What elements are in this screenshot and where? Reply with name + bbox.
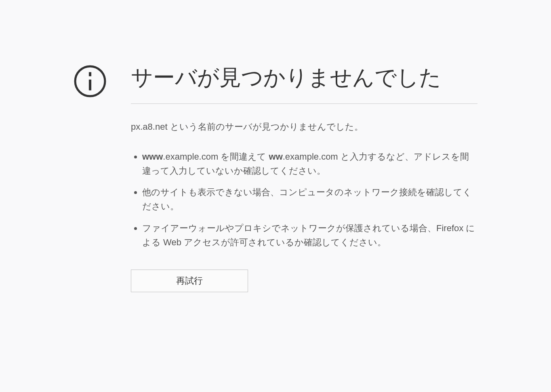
tip-text: .example.com を間違えて [163,152,269,162]
error-content: サーバが見つかりませんでした px.a8.net という名前のサーバが見つかりま… [131,63,477,292]
tip-item: ファイアーウォールやプロキシでネットワークが保護されている場合、Firefox … [142,221,477,249]
divider [131,103,477,104]
error-page-container: サーバが見つかりませんでした px.a8.net という名前のサーバが見つかりま… [49,63,502,392]
info-icon [74,65,107,98]
error-title: サーバが見つかりませんでした [131,63,477,92]
tip-item: www.example.com を間違えて ww.example.com と入力… [142,150,477,178]
tip-bold: www [142,152,163,162]
error-description: px.a8.net という名前のサーバが見つかりませんでした。 [131,120,477,133]
tip-item: 他のサイトも表示できない場合、コンピュータのネットワーク接続を確認してください。 [142,185,477,213]
error-tips-list: www.example.com を間違えて ww.example.com と入力… [131,150,477,249]
retry-button[interactable]: 再試行 [131,270,248,292]
tip-bold: ww [269,152,283,162]
